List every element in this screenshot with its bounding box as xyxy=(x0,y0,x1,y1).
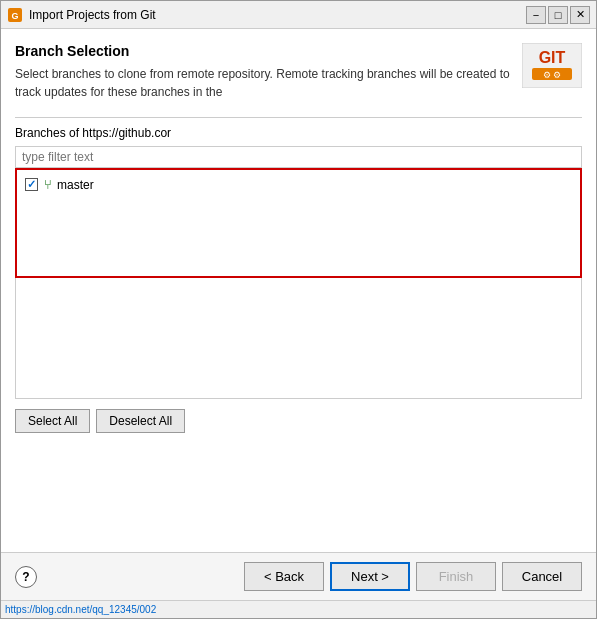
title-bar: G Import Projects from Git − □ ✕ xyxy=(1,1,596,29)
footer-buttons: < Back Next > Finish Cancel xyxy=(244,562,582,591)
help-button[interactable]: ? xyxy=(15,566,37,588)
page-title: Branch Selection xyxy=(15,43,512,59)
empty-branch-area xyxy=(15,278,582,399)
status-bar: https://blog.cdn.net/qq_12345/002 xyxy=(1,600,596,618)
minimize-button[interactable]: − xyxy=(526,6,546,24)
footer-left: ? xyxy=(15,566,37,588)
cancel-button[interactable]: Cancel xyxy=(502,562,582,591)
svg-text:⚙ ⚙: ⚙ ⚙ xyxy=(543,70,562,80)
branch-name: master xyxy=(57,178,94,192)
next-button[interactable]: Next > xyxy=(330,562,410,591)
window-icon: G xyxy=(7,7,23,23)
window-controls: − □ ✕ xyxy=(526,6,590,24)
branch-list: ⑂ master xyxy=(17,170,580,199)
selection-buttons: Select All Deselect All xyxy=(15,409,582,433)
finish-button[interactable]: Finish xyxy=(416,562,496,591)
select-all-button[interactable]: Select All xyxy=(15,409,90,433)
branch-list-container: ⑂ master xyxy=(15,168,582,278)
svg-text:GIT: GIT xyxy=(539,49,566,66)
status-text: https://blog.cdn.net/qq_12345/002 xyxy=(5,604,156,615)
git-logo: GIT ⚙ ⚙ xyxy=(522,43,582,88)
branch-url-label: Branches of https://github.cor xyxy=(15,126,582,140)
dialog-content: Branch Selection Select branches to clon… xyxy=(1,29,596,552)
header-separator xyxy=(15,117,582,118)
dialog-footer: ? < Back Next > Finish Cancel xyxy=(1,552,596,600)
page-description: Select branches to clone from remote rep… xyxy=(15,65,512,101)
maximize-button[interactable]: □ xyxy=(548,6,568,24)
back-button[interactable]: < Back xyxy=(244,562,324,591)
header-row: Branch Selection Select branches to clon… xyxy=(15,43,582,101)
svg-text:G: G xyxy=(11,11,18,21)
branch-checkbox[interactable] xyxy=(25,178,38,191)
window-title: Import Projects from Git xyxy=(29,8,526,22)
close-button[interactable]: ✕ xyxy=(570,6,590,24)
list-item[interactable]: ⑂ master xyxy=(17,174,580,195)
branch-icon: ⑂ xyxy=(44,177,52,192)
bottom-spacer xyxy=(15,433,582,553)
header-text: Branch Selection Select branches to clon… xyxy=(15,43,512,101)
deselect-all-button[interactable]: Deselect All xyxy=(96,409,185,433)
import-dialog: G Import Projects from Git − □ ✕ Branch … xyxy=(0,0,597,619)
filter-input[interactable] xyxy=(15,146,582,168)
